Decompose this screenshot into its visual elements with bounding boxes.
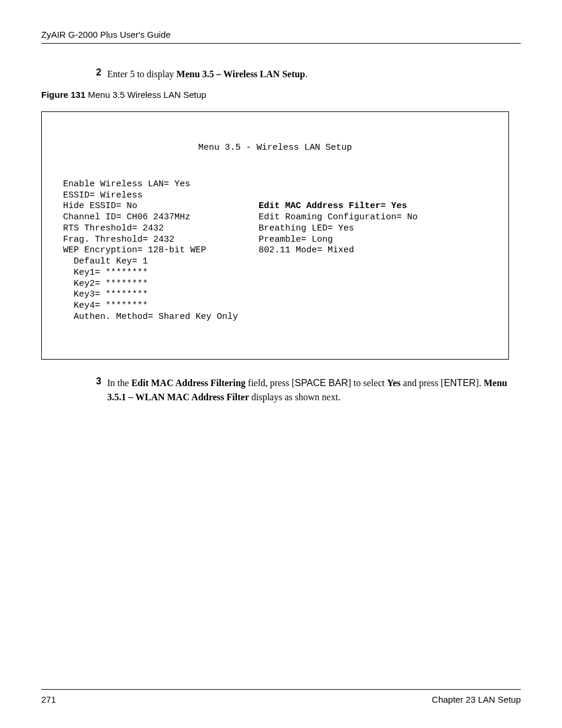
page-header: ZyAIR G-2000 Plus User's Guide bbox=[41, 29, 521, 44]
s3-t1: In the bbox=[107, 378, 131, 388]
s3-b1: Edit MAC Address Filtering bbox=[131, 378, 246, 388]
step-2: 2 Enter 5 to display Menu 3.5 – Wireless… bbox=[94, 67, 509, 81]
term-l12: Key4= ******** bbox=[52, 301, 148, 311]
step-number: 2 bbox=[94, 67, 101, 81]
term-l8: Default Key= 1 bbox=[52, 256, 148, 266]
terminal-right-column: Edit MAC Address Filter= Yes Edit Roamin… bbox=[259, 179, 418, 323]
term-l3: Hide ESSID= No bbox=[52, 201, 137, 211]
page-content: 2 Enter 5 to display Menu 3.5 – Wireless… bbox=[41, 44, 521, 689]
step2-bold: Menu 3.5 – Wireless LAN Setup bbox=[176, 69, 305, 79]
terminal-screenshot: Menu 3.5 - Wireless LAN Setup Enable Wir… bbox=[41, 111, 509, 360]
figure-label: Figure 131 bbox=[41, 90, 88, 100]
s3-t4: and press [ bbox=[401, 378, 444, 388]
term-r5: Breathing LED= Yes bbox=[259, 223, 354, 233]
s3-t3: ] to select bbox=[348, 378, 387, 388]
page-number: 271 bbox=[41, 694, 56, 704]
s3-t5: ]. bbox=[476, 378, 484, 388]
chapter-label: Chapter 23 LAN Setup bbox=[432, 694, 521, 704]
s3-b2: Yes bbox=[387, 378, 401, 388]
page-footer: 271 Chapter 23 LAN Setup bbox=[41, 689, 521, 704]
s3-s2: ENTER bbox=[444, 378, 475, 388]
step-3: 3 In the Edit MAC Address Filtering fiel… bbox=[94, 376, 509, 404]
term-l2: ESSID= Wireless bbox=[52, 190, 143, 200]
term-l4: Channel ID= CH06 2437MHz bbox=[52, 212, 190, 222]
term-r4: Edit Roaming Configuration= No bbox=[259, 212, 418, 222]
figure-caption-text: Menu 3.5 Wireless LAN Setup bbox=[88, 90, 206, 100]
step2-suffix: . bbox=[305, 69, 308, 79]
step-body: Enter 5 to display Menu 3.5 – Wireless L… bbox=[107, 67, 308, 81]
s3-s1: SPACE BAR bbox=[295, 378, 348, 388]
term-l11: Key3= ******** bbox=[52, 289, 148, 299]
term-r3: Edit MAC Address Filter= Yes bbox=[259, 201, 407, 211]
terminal-title: Menu 3.5 - Wireless LAN Setup bbox=[52, 143, 498, 154]
step-number: 3 bbox=[94, 376, 101, 404]
term-l5: RTS Threshold= 2432 bbox=[52, 223, 164, 233]
s3-t2: field, press [ bbox=[246, 378, 295, 388]
term-l6: Frag. Threshold= 2432 bbox=[52, 235, 174, 245]
figure-caption: Figure 131 Menu 3.5 Wireless LAN Setup bbox=[41, 90, 509, 100]
terminal-columns: Enable Wireless LAN= Yes ESSID= Wireless… bbox=[52, 179, 498, 323]
step2-prefix: Enter 5 to display bbox=[107, 69, 176, 79]
term-r6: Preamble= Long bbox=[259, 235, 333, 245]
term-l13: Authen. Method= Shared Key Only bbox=[52, 312, 238, 322]
term-l10: Key2= ******** bbox=[52, 279, 148, 289]
terminal-left-column: Enable Wireless LAN= Yes ESSID= Wireless… bbox=[52, 179, 259, 323]
term-r7: 802.11 Mode= Mixed bbox=[259, 245, 354, 255]
doc-title: ZyAIR G-2000 Plus User's Guide bbox=[41, 29, 171, 39]
term-l1: Enable Wireless LAN= Yes bbox=[52, 179, 190, 189]
term-l9: Key1= ******** bbox=[52, 268, 148, 278]
s3-t6: displays as shown next. bbox=[249, 392, 340, 402]
term-l7: WEP Encryption= 128-bit WEP bbox=[52, 245, 206, 255]
step-body: In the Edit MAC Address Filtering field,… bbox=[107, 376, 509, 404]
